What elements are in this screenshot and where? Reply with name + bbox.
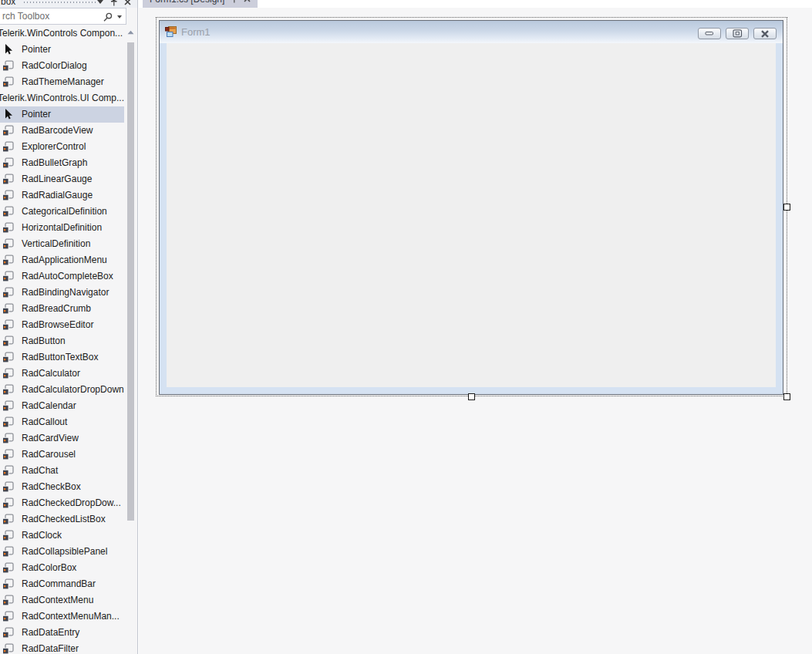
form-client-area[interactable]	[167, 43, 776, 387]
toolbox-item[interactable]: RadCheckBox	[0, 479, 124, 495]
component-icon	[2, 481, 14, 493]
resize-handle-bottom[interactable]	[468, 393, 475, 400]
toolbox-item[interactable]: RadCalculatorDropDown	[0, 382, 124, 398]
toolbox-item-label: RadBulletGraph	[22, 155, 87, 171]
application-window: box Telerik.WinControls Compon...Pointer…	[0, 0, 812, 654]
chevron-down-icon[interactable]	[117, 15, 122, 19]
component-icon	[2, 352, 14, 363]
toolbox-item-label: RadLinearGauge	[22, 171, 92, 187]
form-titlebar[interactable]: Form1	[160, 21, 783, 43]
component-icon	[2, 433, 14, 444]
toolbox-item-label: RadCollapsiblePanel	[22, 544, 107, 560]
toolbox-item[interactable]: RadBrowseEditor	[0, 317, 124, 333]
design-form[interactable]: Form1	[159, 20, 783, 395]
toolbox-category[interactable]: Telerik.WinControls.UI Comp...	[0, 90, 124, 106]
toolbox-item[interactable]: RadAutoCompleteBox	[0, 268, 124, 285]
category-label: Telerik.WinControls Compon...	[0, 28, 123, 39]
search-icon[interactable]	[103, 12, 113, 25]
toolbox-item[interactable]: RadCallout	[0, 414, 124, 430]
toolbox-panel: box Telerik.WinControls Compon...Pointer…	[0, 0, 138, 654]
component-icon	[2, 416, 14, 428]
resize-handle-bottom-right[interactable]	[783, 393, 790, 400]
toolbox-item[interactable]: RadContextMenuMan...	[0, 608, 124, 625]
component-icon	[2, 546, 14, 558]
toolbox-item[interactable]: RadDataFilter	[0, 641, 124, 654]
close-icon[interactable]	[244, 0, 251, 2]
toolbox-scrollbar[interactable]	[126, 25, 136, 654]
toolbox-item[interactable]: RadCardView	[0, 430, 124, 447]
resize-handle-right[interactable]	[783, 204, 790, 211]
window-buttons	[698, 28, 777, 39]
toolbox-item[interactable]: RadCalendar	[0, 398, 124, 414]
toolbox-item-label: RadCheckedDropDow...	[22, 495, 121, 511]
component-icon	[2, 206, 14, 217]
minimize-button[interactable]	[698, 28, 721, 39]
pin-icon[interactable]	[231, 0, 238, 3]
maximize-icon	[733, 29, 743, 38]
maximize-button[interactable]	[726, 28, 749, 39]
close-button[interactable]	[753, 28, 777, 39]
pin-icon[interactable]	[110, 0, 117, 6]
document-tab[interactable]: Form1.cs [Design]	[143, 0, 258, 8]
toolbox-item[interactable]: CategoricalDefinition	[0, 204, 124, 220]
toolbox-item-label: RadBrowseEditor	[22, 317, 93, 333]
toolbox-item[interactable]: RadBindingNavigator	[0, 285, 124, 301]
close-icon	[760, 30, 770, 38]
toolbox-item-label: RadBreadCrumb	[22, 301, 91, 317]
toolbox-item[interactable]: RadCalculator	[0, 366, 124, 382]
component-icon	[2, 578, 14, 590]
toolbox-item-label: RadBindingNavigator	[22, 285, 109, 301]
close-icon[interactable]	[124, 0, 131, 5]
toolbox-item[interactable]: RadBarcodeView	[0, 123, 124, 139]
toolbox-item[interactable]: RadCommandBar	[0, 576, 124, 592]
component-icon	[2, 303, 14, 315]
toolbox-item[interactable]: ExplorerControl	[0, 139, 124, 155]
toolbox-item[interactable]: RadDataEntry	[0, 625, 124, 641]
toolbox-item[interactable]: RadContextMenu	[0, 592, 124, 608]
tab-strip: Form1.cs [Design]	[139, 0, 812, 8]
toolbox-item[interactable]: RadCheckedListBox	[0, 511, 124, 528]
component-icon	[2, 319, 14, 331]
toolbox-item-label: ExplorerControl	[22, 139, 86, 155]
toolbox-item[interactable]: RadBreadCrumb	[0, 301, 124, 317]
toolbox-item-label: RadButtonTextBox	[22, 349, 98, 366]
toolbox-item-label: RadContextMenuMan...	[22, 608, 120, 625]
toolbox-item[interactable]: RadThemeManager	[0, 74, 124, 90]
toolbox-item-label: RadCardView	[22, 430, 79, 447]
toolbox-item[interactable]: RadApplicationMenu	[0, 252, 124, 268]
component-icon	[2, 238, 14, 250]
toolbox-item[interactable]: RadColorBox	[0, 560, 124, 576]
search-input[interactable]	[1, 10, 97, 22]
toolbox-item[interactable]: RadCarousel	[0, 447, 124, 463]
toolbox-category[interactable]: Telerik.WinControls Compon...	[0, 25, 124, 42]
toolbox-item-label: RadCallout	[22, 414, 67, 430]
toolbox-item[interactable]: Pointer	[0, 42, 124, 58]
toolbox-item[interactable]: RadClock	[0, 528, 124, 544]
toolbox-item[interactable]: RadBulletGraph	[0, 155, 124, 171]
toolbox-item[interactable]: RadButton	[0, 333, 124, 349]
toolbox-header[interactable]: box	[0, 0, 137, 8]
toolbox-item[interactable]: HorizontalDefinition	[0, 220, 124, 236]
scrollbar-thumb[interactable]	[127, 42, 134, 521]
toolbox-list: Telerik.WinControls Compon...PointerRadC…	[0, 25, 124, 654]
component-icon	[2, 287, 14, 298]
toolbox-item[interactable]: RadCollapsiblePanel	[0, 544, 124, 560]
toolbox-item[interactable]: RadLinearGauge	[0, 171, 124, 187]
toolbox-item[interactable]: RadColorDialog	[0, 58, 124, 74]
drag-handle[interactable]	[24, 2, 97, 3]
tab-label: Form1.cs [Design]	[150, 0, 224, 5]
toolbox-item-label: RadClock	[22, 528, 62, 544]
toolbox-item[interactable]: RadChat	[0, 463, 124, 479]
toolbox-item[interactable]: RadRadialGauge	[0, 187, 124, 204]
component-icon	[2, 76, 14, 88]
toolbox-item-label: VerticalDefinition	[22, 236, 90, 252]
toolbox-item[interactable]: RadCheckedDropDow...	[0, 495, 124, 511]
toolbox-item[interactable]: Pointer	[0, 106, 124, 123]
scroll-up-button[interactable]	[126, 27, 136, 37]
toolbox-item[interactable]: VerticalDefinition	[0, 236, 124, 252]
designer-canvas[interactable]: Form1	[139, 8, 812, 654]
chevron-down-icon[interactable]	[97, 0, 103, 4]
toolbox-item-label: RadDataFilter	[22, 641, 79, 654]
toolbox-item[interactable]: RadButtonTextBox	[0, 349, 124, 366]
component-icon	[2, 562, 14, 574]
